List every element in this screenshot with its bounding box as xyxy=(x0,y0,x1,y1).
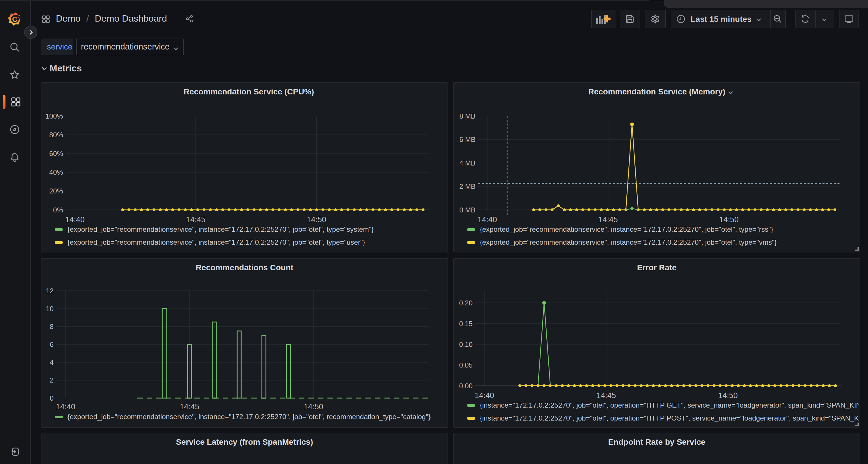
svg-text:14:50: 14:50 xyxy=(718,391,738,400)
svg-text:14:50: 14:50 xyxy=(304,402,323,411)
svg-text:40%: 40% xyxy=(49,168,63,176)
svg-text:8 MB: 8 MB xyxy=(459,112,475,120)
svg-text:14:40: 14:40 xyxy=(475,391,494,400)
svg-text:4 MB: 4 MB xyxy=(459,159,475,167)
svg-text:0.20: 0.20 xyxy=(459,299,473,307)
svg-text:0.00: 0.00 xyxy=(459,382,473,390)
svg-text:20%: 20% xyxy=(49,187,63,195)
svg-text:0 MB: 0 MB xyxy=(459,206,475,214)
svg-text:2 MB: 2 MB xyxy=(459,183,475,190)
svg-text:2: 2 xyxy=(50,376,54,384)
svg-text:14:45: 14:45 xyxy=(180,402,199,411)
svg-text:4: 4 xyxy=(50,358,54,366)
svg-text:14:40: 14:40 xyxy=(477,215,497,224)
svg-text:14:40: 14:40 xyxy=(65,215,85,224)
svg-text:14:40: 14:40 xyxy=(56,402,75,411)
svg-text:14:50: 14:50 xyxy=(307,215,326,224)
svg-text:14:45: 14:45 xyxy=(186,215,206,224)
svg-text:6: 6 xyxy=(50,340,54,348)
svg-text:100%: 100% xyxy=(45,112,63,120)
svg-text:60%: 60% xyxy=(49,150,63,158)
svg-text:14:50: 14:50 xyxy=(719,215,739,224)
svg-text:14:45: 14:45 xyxy=(598,215,618,224)
svg-text:0%: 0% xyxy=(53,206,63,214)
svg-text:0.10: 0.10 xyxy=(459,340,473,348)
svg-text:80%: 80% xyxy=(49,131,63,139)
svg-text:12: 12 xyxy=(46,287,54,295)
svg-text:6 MB: 6 MB xyxy=(459,136,475,143)
svg-text:10: 10 xyxy=(46,305,54,312)
svg-text:0.15: 0.15 xyxy=(459,320,473,328)
svg-text:0: 0 xyxy=(50,394,54,402)
svg-text:8: 8 xyxy=(50,323,54,330)
svg-text:0.05: 0.05 xyxy=(459,361,473,369)
svg-text:14:45: 14:45 xyxy=(596,391,616,400)
